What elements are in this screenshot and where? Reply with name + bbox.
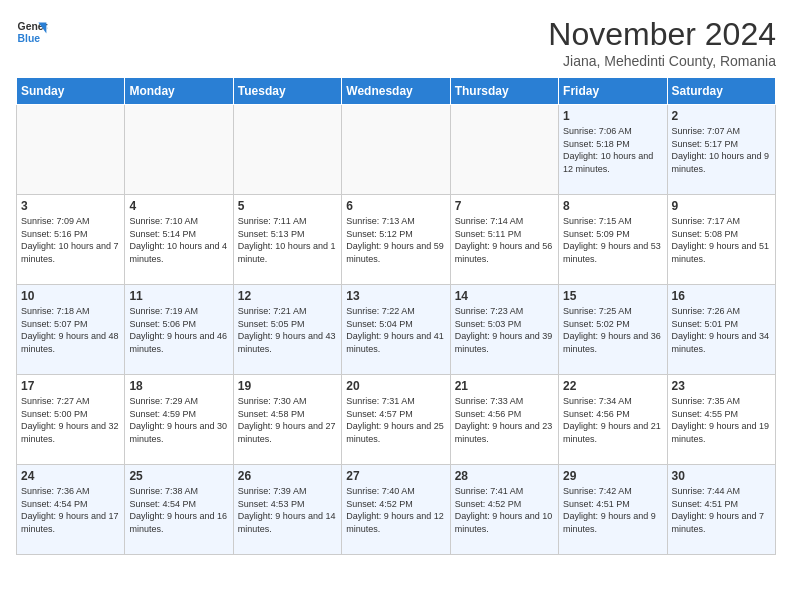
header-saturday: Saturday [667,78,775,105]
day-info: Sunrise: 7:15 AM Sunset: 5:09 PM Dayligh… [563,215,662,265]
header-wednesday: Wednesday [342,78,450,105]
month-title: November 2024 [548,16,776,53]
day-info: Sunrise: 7:29 AM Sunset: 4:59 PM Dayligh… [129,395,228,445]
table-row: 3Sunrise: 7:09 AM Sunset: 5:16 PM Daylig… [17,195,125,285]
table-row [125,105,233,195]
day-info: Sunrise: 7:10 AM Sunset: 5:14 PM Dayligh… [129,215,228,265]
table-row: 25Sunrise: 7:38 AM Sunset: 4:54 PM Dayli… [125,465,233,555]
table-row: 19Sunrise: 7:30 AM Sunset: 4:58 PM Dayli… [233,375,341,465]
day-info: Sunrise: 7:22 AM Sunset: 5:04 PM Dayligh… [346,305,445,355]
calendar-week-row: 10Sunrise: 7:18 AM Sunset: 5:07 PM Dayli… [17,285,776,375]
day-number: 10 [21,289,120,303]
calendar-week-row: 1Sunrise: 7:06 AM Sunset: 5:18 PM Daylig… [17,105,776,195]
day-number: 7 [455,199,554,213]
calendar-table: Sunday Monday Tuesday Wednesday Thursday… [16,77,776,555]
table-row: 18Sunrise: 7:29 AM Sunset: 4:59 PM Dayli… [125,375,233,465]
calendar-week-row: 24Sunrise: 7:36 AM Sunset: 4:54 PM Dayli… [17,465,776,555]
header-sunday: Sunday [17,78,125,105]
day-info: Sunrise: 7:26 AM Sunset: 5:01 PM Dayligh… [672,305,771,355]
day-number: 19 [238,379,337,393]
table-row [450,105,558,195]
day-info: Sunrise: 7:18 AM Sunset: 5:07 PM Dayligh… [21,305,120,355]
day-info: Sunrise: 7:17 AM Sunset: 5:08 PM Dayligh… [672,215,771,265]
header-monday: Monday [125,78,233,105]
table-row [342,105,450,195]
table-row: 7Sunrise: 7:14 AM Sunset: 5:11 PM Daylig… [450,195,558,285]
day-number: 21 [455,379,554,393]
calendar-header-row: Sunday Monday Tuesday Wednesday Thursday… [17,78,776,105]
table-row: 13Sunrise: 7:22 AM Sunset: 5:04 PM Dayli… [342,285,450,375]
day-number: 1 [563,109,662,123]
day-number: 8 [563,199,662,213]
day-number: 29 [563,469,662,483]
day-number: 15 [563,289,662,303]
day-number: 17 [21,379,120,393]
table-row: 17Sunrise: 7:27 AM Sunset: 5:00 PM Dayli… [17,375,125,465]
table-row: 15Sunrise: 7:25 AM Sunset: 5:02 PM Dayli… [559,285,667,375]
day-number: 25 [129,469,228,483]
day-info: Sunrise: 7:07 AM Sunset: 5:17 PM Dayligh… [672,125,771,175]
table-row: 11Sunrise: 7:19 AM Sunset: 5:06 PM Dayli… [125,285,233,375]
table-row: 4Sunrise: 7:10 AM Sunset: 5:14 PM Daylig… [125,195,233,285]
page-header: General Blue November 2024 Jiana, Mehedi… [16,16,776,69]
calendar-week-row: 3Sunrise: 7:09 AM Sunset: 5:16 PM Daylig… [17,195,776,285]
header-thursday: Thursday [450,78,558,105]
day-info: Sunrise: 7:44 AM Sunset: 4:51 PM Dayligh… [672,485,771,535]
day-info: Sunrise: 7:19 AM Sunset: 5:06 PM Dayligh… [129,305,228,355]
day-number: 23 [672,379,771,393]
day-info: Sunrise: 7:35 AM Sunset: 4:55 PM Dayligh… [672,395,771,445]
table-row: 16Sunrise: 7:26 AM Sunset: 5:01 PM Dayli… [667,285,775,375]
day-info: Sunrise: 7:40 AM Sunset: 4:52 PM Dayligh… [346,485,445,535]
table-row [233,105,341,195]
table-row: 1Sunrise: 7:06 AM Sunset: 5:18 PM Daylig… [559,105,667,195]
day-number: 28 [455,469,554,483]
day-number: 22 [563,379,662,393]
day-info: Sunrise: 7:33 AM Sunset: 4:56 PM Dayligh… [455,395,554,445]
day-info: Sunrise: 7:27 AM Sunset: 5:00 PM Dayligh… [21,395,120,445]
day-info: Sunrise: 7:30 AM Sunset: 4:58 PM Dayligh… [238,395,337,445]
title-block: November 2024 Jiana, Mehedinti County, R… [548,16,776,69]
day-info: Sunrise: 7:38 AM Sunset: 4:54 PM Dayligh… [129,485,228,535]
day-number: 5 [238,199,337,213]
day-info: Sunrise: 7:31 AM Sunset: 4:57 PM Dayligh… [346,395,445,445]
day-number: 2 [672,109,771,123]
day-number: 14 [455,289,554,303]
table-row: 24Sunrise: 7:36 AM Sunset: 4:54 PM Dayli… [17,465,125,555]
day-info: Sunrise: 7:11 AM Sunset: 5:13 PM Dayligh… [238,215,337,265]
day-info: Sunrise: 7:36 AM Sunset: 4:54 PM Dayligh… [21,485,120,535]
table-row: 28Sunrise: 7:41 AM Sunset: 4:52 PM Dayli… [450,465,558,555]
table-row: 29Sunrise: 7:42 AM Sunset: 4:51 PM Dayli… [559,465,667,555]
day-number: 16 [672,289,771,303]
day-info: Sunrise: 7:25 AM Sunset: 5:02 PM Dayligh… [563,305,662,355]
table-row: 6Sunrise: 7:13 AM Sunset: 5:12 PM Daylig… [342,195,450,285]
day-info: Sunrise: 7:34 AM Sunset: 4:56 PM Dayligh… [563,395,662,445]
table-row: 20Sunrise: 7:31 AM Sunset: 4:57 PM Dayli… [342,375,450,465]
day-number: 24 [21,469,120,483]
day-number: 27 [346,469,445,483]
table-row: 5Sunrise: 7:11 AM Sunset: 5:13 PM Daylig… [233,195,341,285]
table-row: 22Sunrise: 7:34 AM Sunset: 4:56 PM Dayli… [559,375,667,465]
table-row: 12Sunrise: 7:21 AM Sunset: 5:05 PM Dayli… [233,285,341,375]
table-row: 21Sunrise: 7:33 AM Sunset: 4:56 PM Dayli… [450,375,558,465]
day-number: 12 [238,289,337,303]
header-tuesday: Tuesday [233,78,341,105]
day-number: 13 [346,289,445,303]
day-info: Sunrise: 7:13 AM Sunset: 5:12 PM Dayligh… [346,215,445,265]
day-info: Sunrise: 7:09 AM Sunset: 5:16 PM Dayligh… [21,215,120,265]
calendar-week-row: 17Sunrise: 7:27 AM Sunset: 5:00 PM Dayli… [17,375,776,465]
header-friday: Friday [559,78,667,105]
day-info: Sunrise: 7:41 AM Sunset: 4:52 PM Dayligh… [455,485,554,535]
day-number: 26 [238,469,337,483]
logo: General Blue [16,16,48,48]
day-number: 6 [346,199,445,213]
day-number: 4 [129,199,228,213]
table-row: 2Sunrise: 7:07 AM Sunset: 5:17 PM Daylig… [667,105,775,195]
table-row: 10Sunrise: 7:18 AM Sunset: 5:07 PM Dayli… [17,285,125,375]
table-row: 8Sunrise: 7:15 AM Sunset: 5:09 PM Daylig… [559,195,667,285]
day-number: 30 [672,469,771,483]
day-number: 11 [129,289,228,303]
day-number: 9 [672,199,771,213]
table-row: 30Sunrise: 7:44 AM Sunset: 4:51 PM Dayli… [667,465,775,555]
day-number: 18 [129,379,228,393]
table-row: 9Sunrise: 7:17 AM Sunset: 5:08 PM Daylig… [667,195,775,285]
